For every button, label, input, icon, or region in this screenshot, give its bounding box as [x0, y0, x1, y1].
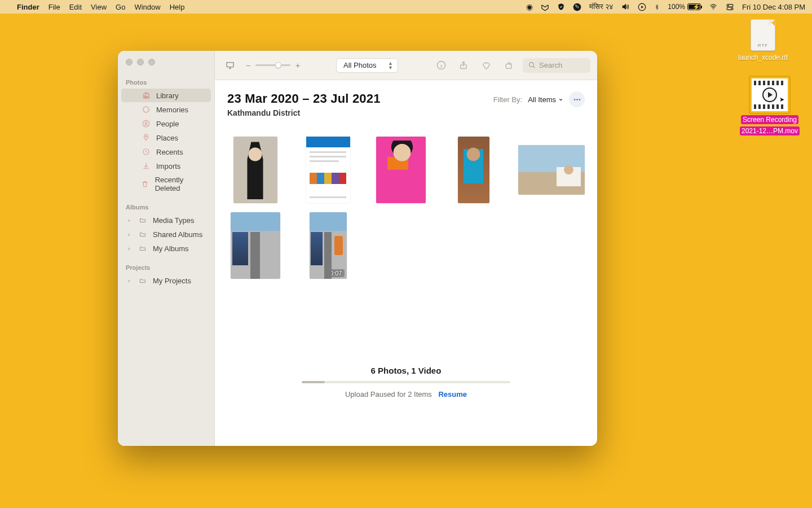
folder-icon	[138, 244, 147, 253]
photo-grid: 0:07	[227, 137, 585, 279]
menu-view[interactable]: View	[91, 3, 107, 11]
svg-point-13	[145, 136, 147, 137]
sidebar-item-library[interactable]: › Library	[121, 89, 211, 102]
svg-rect-18	[506, 64, 511, 68]
sidebar-item-label: Media Types	[153, 216, 194, 225]
folder-icon	[138, 230, 147, 239]
sidebar: Photos › Library › Memories › People › P…	[118, 51, 215, 446]
svg-point-21	[576, 99, 578, 100]
sidebar-item-label: Places	[156, 134, 178, 142]
app-menu-finder[interactable]: Finder	[17, 3, 39, 11]
main-pane: − + All Photos ▲▼	[215, 51, 597, 446]
search-field[interactable]: Search	[523, 58, 590, 73]
sidebar-item-label: My Albums	[153, 244, 189, 253]
sidebar-item-recently-deleted[interactable]: › Recently Deleted	[121, 173, 211, 195]
video-thumbnail[interactable]: 0:07	[310, 212, 347, 279]
upload-status-text: Upload Paused for 2 Items	[345, 390, 432, 398]
status-control-center-icon[interactable]	[726, 3, 734, 11]
sidebar-item-my-albums[interactable]: › My Albums	[121, 242, 211, 255]
view-select[interactable]: All Photos ▲▼	[336, 58, 398, 73]
desktop-file-mov[interactable]: ➤ Screen Recording 2021-12…PM.mov	[739, 77, 801, 135]
status-record-icon[interactable]: ◉	[526, 2, 533, 11]
zoom-out-icon[interactable]: −	[244, 61, 252, 70]
slider-track[interactable]	[255, 64, 290, 66]
sidebar-item-label: Recents	[156, 148, 183, 156]
trash-icon	[141, 179, 149, 189]
play-icon	[762, 87, 777, 102]
photo-thumbnail[interactable]	[231, 212, 280, 279]
window-close[interactable]	[126, 59, 133, 65]
status-nepali-date[interactable]: मंसिर २४	[589, 2, 614, 11]
svg-rect-15	[227, 62, 233, 67]
status-shield-icon[interactable]	[557, 3, 565, 11]
slider-thumb[interactable]	[275, 62, 281, 68]
rotate-button[interactable]	[500, 58, 517, 73]
photo-thumbnail[interactable]	[233, 137, 277, 203]
share-button[interactable]	[455, 58, 472, 73]
battery-percentage: 100%	[668, 3, 685, 11]
footer: 6 Photos, 1 Video Upload Paused for 2 It…	[227, 358, 585, 409]
window-minimize[interactable]	[137, 59, 144, 65]
svg-point-12	[145, 122, 147, 124]
status-nowplaying-icon[interactable]	[638, 3, 646, 11]
more-actions-button[interactable]	[569, 91, 585, 107]
sidebar-item-shared-albums[interactable]: › Shared Albums	[121, 227, 211, 241]
status-datetime[interactable]: Fri 10 Dec 4:08 PM	[742, 3, 805, 11]
location-subtitle: Kathmandu District	[227, 108, 381, 117]
item-count-summary: 6 Photos, 1 Video	[227, 366, 585, 375]
photo-thumbnail[interactable]	[458, 137, 489, 203]
svg-point-22	[579, 99, 580, 100]
cursor-icon: ➤	[779, 96, 784, 103]
zoom-in-icon[interactable]: +	[294, 61, 302, 70]
svg-point-7	[731, 8, 732, 9]
svg-point-1	[575, 5, 576, 6]
desktop-file-rtf[interactable]: RTF launch_xcode.rtf	[732, 19, 794, 62]
menu-help[interactable]: Help	[170, 3, 185, 11]
sidebar-item-imports[interactable]: › Imports	[121, 159, 211, 173]
menu-edit[interactable]: Edit	[69, 3, 82, 11]
sidebar-item-recents[interactable]: › Recents	[121, 145, 211, 159]
menu-file[interactable]: File	[48, 3, 60, 11]
sidebar-item-memories[interactable]: › Memories	[121, 103, 211, 116]
imports-icon	[142, 161, 151, 170]
favorite-button[interactable]	[478, 58, 495, 73]
present-button[interactable]	[222, 58, 239, 73]
menu-window[interactable]: Window	[134, 3, 160, 11]
memories-icon	[142, 105, 151, 114]
svg-point-19	[529, 63, 534, 67]
status-wifi-icon[interactable]	[709, 3, 718, 11]
desktop[interactable]: RTF launch_xcode.rtf ➤ Screen Recording …	[0, 14, 812, 508]
folder-icon	[138, 216, 147, 225]
photo-thumbnail[interactable]	[306, 137, 350, 203]
sidebar-item-label: Recently Deleted	[155, 176, 205, 192]
status-battery[interactable]: 100% ⚡	[668, 3, 701, 11]
svg-point-3	[713, 8, 714, 10]
window-zoom[interactable]	[148, 59, 155, 65]
search-placeholder: Search	[539, 61, 562, 69]
sidebar-item-places[interactable]: › Places	[121, 131, 211, 144]
chevron-right-icon: ›	[128, 278, 133, 284]
menu-go[interactable]: Go	[116, 3, 125, 11]
file-label: launch_xcode.rtf	[736, 53, 789, 62]
window-controls	[118, 59, 214, 65]
sidebar-item-label: My Projects	[153, 277, 191, 285]
filter-value: All Items	[528, 95, 556, 104]
file-label-line2: 2021-12…PM.mov	[740, 126, 800, 135]
resume-upload-link[interactable]: Resume	[438, 390, 467, 398]
zoom-slider[interactable]: − +	[244, 61, 302, 70]
status-volume-icon[interactable]	[621, 3, 630, 11]
photo-thumbnail[interactable]	[518, 145, 585, 195]
sidebar-item-label: People	[156, 120, 179, 128]
status-tray-icon[interactable]	[541, 3, 549, 11]
sidebar-heading-albums: Albums	[118, 200, 214, 213]
sidebar-item-my-projects[interactable]: › My Projects	[121, 274, 211, 287]
content-area[interactable]: 23 Mar 2020 – 23 Jul 2021 Kathmandu Dist…	[215, 80, 597, 446]
info-button[interactable]	[433, 58, 449, 73]
status-viber-icon[interactable]	[573, 3, 581, 11]
filter-dropdown[interactable]: All Items	[528, 95, 563, 104]
sidebar-item-people[interactable]: › People	[121, 117, 211, 130]
status-bluetooth-icon[interactable]	[654, 3, 660, 11]
photo-thumbnail[interactable]	[376, 137, 426, 203]
battery-icon: ⚡	[687, 3, 701, 10]
sidebar-item-media-types[interactable]: › Media Types	[121, 213, 211, 227]
